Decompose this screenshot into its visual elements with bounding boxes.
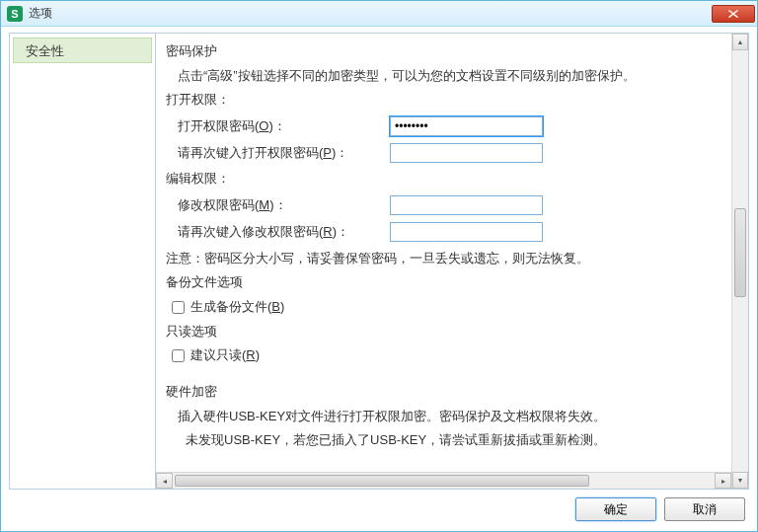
password-protection-desc: 点击“高级”按钮选择不同的加密类型，可以为您的文档设置不同级别的加密保护。 xyxy=(166,64,727,89)
scroll-left-button[interactable]: ◂ xyxy=(156,473,173,489)
modify-password-confirm-label: 请再次键入修改权限密码(R)： xyxy=(178,220,390,245)
hardware-line1: 插入硬件USB-KEY对文件进行打开权限加密。密码保护及文档权限将失效。 xyxy=(166,405,727,429)
open-password-input[interactable] xyxy=(390,116,543,136)
open-password-label: 打开权限密码(O)： xyxy=(178,114,390,139)
settings-panel: 密码保护 点击“高级”按钮选择不同的加密类型，可以为您的文档设置不同级别的加密保… xyxy=(156,34,731,472)
password-note: 注意：密码区分大小写，请妥善保管密码，一旦丢失或遗忘，则无法恢复。 xyxy=(166,247,727,271)
scroll-right-button[interactable]: ▸ xyxy=(715,473,731,489)
scroll-up-button[interactable]: ▴ xyxy=(732,34,748,50)
backup-checkbox-label: 生成备份文件(B) xyxy=(190,295,284,320)
sidebar-item-label: 安全性 xyxy=(26,43,64,58)
password-protection-header: 密码保护 xyxy=(166,39,727,64)
modify-password-confirm-input[interactable] xyxy=(390,222,543,242)
cancel-button[interactable]: 取消 xyxy=(664,497,745,521)
modify-password-input[interactable] xyxy=(390,195,543,215)
close-icon xyxy=(728,10,738,18)
hardware-encryption-header: 硬件加密 xyxy=(166,380,727,405)
v-scroll-track[interactable] xyxy=(732,50,748,472)
hardware-line2: 未发现USB-KEY，若您已插入了USB-KEY，请尝试重新拔插或重新检测。 xyxy=(166,428,727,453)
h-scroll-track[interactable] xyxy=(173,473,715,489)
sidebar-item-security[interactable]: 安全性 xyxy=(13,38,152,63)
open-password-confirm-input[interactable] xyxy=(390,143,543,163)
open-password-confirm-label: 请再次键入打开权限密码(P)： xyxy=(178,141,390,166)
modify-password-label: 修改权限密码(M)： xyxy=(178,193,390,218)
vertical-scrollbar[interactable]: ▴ ▾ xyxy=(731,34,748,489)
options-dialog: S 选项 安全性 密码保护 点击“高级”按钮选择不同的加密类型，可以为您的文档设… xyxy=(0,0,758,532)
category-sidebar: 安全性 xyxy=(10,34,156,489)
backup-header: 备份文件选项 xyxy=(166,270,727,295)
titlebar: S 选项 xyxy=(1,1,757,27)
readonly-header: 只读选项 xyxy=(166,320,727,344)
window-title: 选项 xyxy=(29,5,712,22)
ok-button[interactable]: 确定 xyxy=(575,497,656,521)
readonly-checkbox-label: 建议只读(R) xyxy=(190,343,260,368)
edit-permission-header: 编辑权限： xyxy=(166,167,727,191)
readonly-checkbox[interactable] xyxy=(172,349,185,362)
dialog-button-bar: 确定 取消 xyxy=(9,490,749,523)
open-permission-header: 打开权限： xyxy=(166,88,727,113)
backup-checkbox[interactable] xyxy=(172,301,185,314)
v-scroll-thumb[interactable] xyxy=(734,208,746,297)
scroll-down-button[interactable]: ▾ xyxy=(732,472,748,489)
app-icon: S xyxy=(7,6,23,22)
close-button[interactable] xyxy=(712,5,755,23)
horizontal-scrollbar[interactable]: ◂ ▸ xyxy=(156,472,731,489)
h-scroll-thumb[interactable] xyxy=(175,475,589,487)
